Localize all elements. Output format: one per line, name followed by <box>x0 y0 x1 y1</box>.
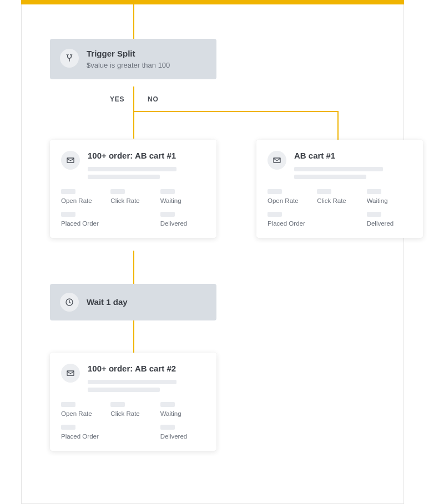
branch-label-yes: YES <box>110 95 124 103</box>
metric-label: Waiting <box>160 197 205 204</box>
clock-icon <box>60 293 79 312</box>
wait-label: Wait 1 day <box>87 297 128 308</box>
branch-label-no: NO <box>148 95 158 103</box>
connector-line <box>133 251 134 284</box>
trigger-split-node[interactable]: Trigger Split $value is greater than 100 <box>50 39 216 79</box>
trigger-condition: $value is greater than 100 <box>87 61 170 69</box>
metric-label: Placed Order <box>61 433 106 440</box>
email-title: 100+ order: AB cart #2 <box>88 364 205 374</box>
trigger-title: Trigger Split <box>87 49 170 59</box>
email-metrics: Open Rate Click Rate Waiting Placed Orde… <box>61 189 205 227</box>
metric-label: Click Rate <box>317 197 362 204</box>
email-node-yes-2[interactable]: 100+ order: AB cart #2 Open Rate Click R… <box>50 353 216 451</box>
email-metrics: Open Rate Click Rate Waiting Placed Orde… <box>268 189 412 227</box>
canvas-top-accent <box>21 0 404 4</box>
email-node-no-1[interactable]: AB cart #1 Open Rate Click Rate Waiting … <box>256 140 423 238</box>
metric-label: Delivered <box>160 220 205 227</box>
metric-label: Delivered <box>160 433 205 440</box>
metric-label: Open Rate <box>268 197 312 204</box>
metric-label: Waiting <box>160 410 205 417</box>
connector-line <box>337 111 339 140</box>
mail-icon <box>61 151 80 170</box>
metric-label: Delivered <box>367 220 412 227</box>
metric-label: Waiting <box>367 197 412 204</box>
metric-label: Click Rate <box>110 410 155 417</box>
metric-label: Placed Order <box>61 220 106 227</box>
wait-node[interactable]: Wait 1 day <box>50 284 216 320</box>
metric-label: Click Rate <box>110 197 155 204</box>
metric-label: Open Rate <box>61 410 106 417</box>
email-title: AB cart #1 <box>294 151 412 161</box>
split-icon <box>60 49 79 68</box>
connector-line <box>133 4 134 39</box>
metric-label: Open Rate <box>61 197 106 204</box>
mail-icon <box>61 364 80 383</box>
email-node-yes-1[interactable]: 100+ order: AB cart #1 Open Rate Click R… <box>50 140 216 238</box>
connector-line <box>133 319 134 353</box>
metric-label: Placed Order <box>268 220 312 227</box>
connector-line <box>133 86 134 139</box>
mail-icon <box>268 151 286 170</box>
connector-line <box>133 111 339 112</box>
email-title: 100+ order: AB cart #1 <box>88 151 205 161</box>
email-metrics: Open Rate Click Rate Waiting Placed Orde… <box>61 402 205 440</box>
